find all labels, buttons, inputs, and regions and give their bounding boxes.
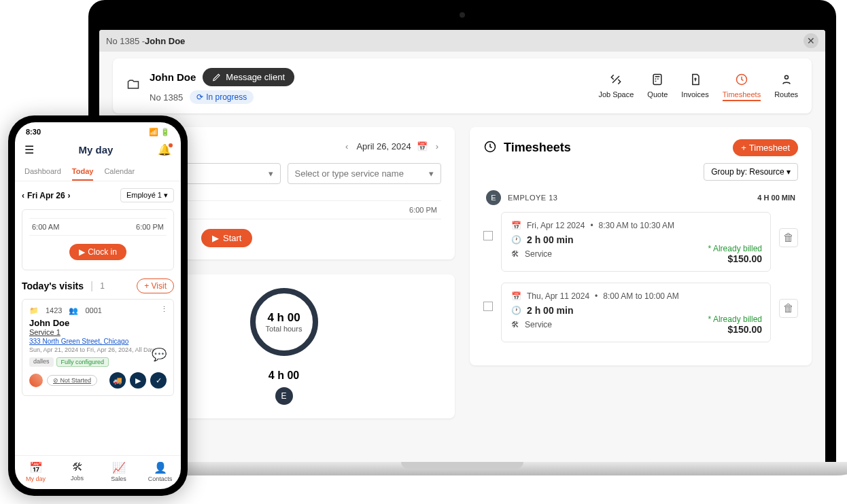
status-badge[interactable]: In progress	[190, 90, 254, 104]
job-number: No 1385	[150, 92, 183, 103]
total-hours-label: Total hours	[266, 325, 302, 333]
calendar-icon[interactable]: 📅	[417, 141, 428, 151]
mobile-title: My day	[79, 144, 114, 156]
message-client-button[interactable]: Message client	[203, 68, 294, 86]
nav-sales[interactable]: 📈Sales	[98, 456, 139, 489]
delete-entry-button[interactable]: 🗑	[779, 299, 798, 318]
visit-address-link[interactable]: 333 North Green Street, Chicago	[29, 338, 167, 345]
clock-icon: 🕐	[511, 306, 521, 315]
add-timesheet-button[interactable]: + Timesheet	[733, 139, 798, 156]
route-icon: 👥	[69, 306, 78, 315]
check-action-button[interactable]: ✓	[150, 372, 167, 389]
job-header-info: John Doe Message client No 1385 In progr…	[150, 68, 294, 104]
visits-count: 1	[100, 281, 105, 291]
nav-myday[interactable]: 📅My day	[15, 456, 56, 489]
nav-timesheets[interactable]: Timesheets	[723, 71, 761, 101]
mobile-status-bar: 8:30 📶 🔋	[15, 122, 181, 139]
signal-icons: 📶 🔋	[149, 128, 170, 137]
timesheet-entry: 📅Fri, Apr 12 2024 • 8:30 AM to 10:30 AM …	[483, 212, 798, 272]
calendar-icon: 📅	[511, 291, 521, 301]
entry-checkbox[interactable]	[483, 302, 493, 311]
tab-calendar[interactable]: Calendar	[104, 163, 135, 181]
entry-body[interactable]: 📅Fri, Apr 12 2024 • 8:30 AM to 10:30 AM …	[501, 212, 771, 272]
service-select[interactable]: Select or type service name▾	[288, 163, 442, 184]
mobile-date-picker[interactable]: ‹ Fri Apr 26 ›	[22, 191, 71, 200]
message-client-label: Message client	[226, 72, 285, 82]
contact-icon: 👤	[139, 461, 181, 474]
nav-jobs[interactable]: 🛠Jobs	[56, 456, 98, 489]
assignee-avatar	[29, 374, 43, 387]
timesheet-entry: 📅Thu, Apr 11 2024 • 8:00 AM to 10:00 AM …	[483, 283, 798, 342]
laptop-bezel: No 1385 - John Doe ✕ John Doe	[88, 0, 836, 462]
visit-tag-configured: Fully configured	[56, 357, 109, 367]
window-title: John Doe	[145, 36, 185, 46]
timesheets-card: Timesheets + Timesheet Group by: Resourc…	[470, 127, 812, 365]
add-visit-button[interactable]: + Visit	[137, 278, 174, 293]
clock-start-time: 6:00 AM	[32, 223, 59, 231]
employee-name: EMPLOYE 13	[508, 194, 557, 202]
mobile-tabs: Dashboard Today Calendar	[15, 163, 181, 181]
calculator-icon	[649, 71, 666, 88]
chevron-down-icon: ▾	[429, 168, 434, 179]
service-icon: 🛠	[511, 320, 519, 329]
mobile-header: ☰ My day 🔔	[15, 139, 181, 163]
delete-entry-button[interactable]: 🗑	[779, 228, 798, 247]
tools-icon	[608, 71, 624, 88]
calendar-icon: 📅	[15, 461, 56, 474]
nav-contacts[interactable]: 👤Contacts	[139, 456, 181, 489]
date-navigator: ‹ April 26, 2024 📅 ›	[343, 140, 441, 153]
visit-card[interactable]: ⋮ 📁1423 👥0001 John Doe Service 1 333 Nor…	[22, 299, 174, 396]
entry-body[interactable]: 📅Thu, Apr 11 2024 • 8:00 AM to 10:00 AM …	[501, 283, 771, 342]
tools-icon: 🛠	[56, 461, 98, 473]
timesheets-title: Timesheets	[504, 141, 726, 155]
nav-routes[interactable]: Routes	[774, 71, 798, 101]
content-columns: Clocking ‹ April 26, 2024 📅 › Employe 13…	[113, 127, 812, 418]
prev-day-button[interactable]: ‹	[343, 140, 351, 153]
nav-invoices[interactable]: Invoices	[681, 71, 708, 101]
play-action-button[interactable]: ▶	[130, 372, 146, 389]
employee-avatar: E	[486, 190, 501, 205]
todays-visits-title: Today's visits	[22, 281, 84, 291]
clock-in-button[interactable]: ▶ Clock in	[69, 244, 126, 260]
visit-client-name: John Doe	[29, 318, 167, 328]
svg-point-2	[784, 75, 788, 79]
tab-today[interactable]: Today	[72, 163, 94, 181]
mobile-employee-select[interactable]: Employé 1 ▾	[120, 188, 174, 202]
next-day-button[interactable]: ›	[433, 140, 441, 153]
todays-visits-header: Today's visits | 1 + Visit	[22, 278, 174, 293]
chat-icon[interactable]: 💬	[152, 347, 167, 362]
notifications-icon[interactable]: 🔔	[158, 143, 171, 156]
clock-icon: 🕐	[511, 235, 521, 245]
clock-icon	[483, 140, 497, 156]
visit-menu-icon[interactable]: ⋮	[160, 305, 168, 314]
close-button[interactable]: ✕	[803, 33, 818, 48]
clock-end-time: 6:00 PM	[136, 223, 164, 231]
mobile-body: ‹ Fri Apr 26 › Employé 1 ▾ 6:00 AM 6:00 …	[15, 181, 181, 455]
mobile-clock-card: 6:00 AM 6:00 PM ▶ Clock in	[22, 209, 174, 270]
entry-checkbox[interactable]	[483, 231, 493, 240]
header-nav: Job Space Quote Invoices Timesheets	[598, 71, 798, 101]
mobile-device: 8:30 📶 🔋 ☰ My day 🔔 Dashboard Today Cale…	[8, 115, 188, 496]
start-clock-button[interactable]: ▶ Start	[201, 229, 252, 247]
window-title-prefix: No 1385 -	[106, 36, 145, 46]
chart-icon: 📈	[98, 461, 139, 474]
nav-jobspace[interactable]: Job Space	[598, 71, 634, 101]
group-by-select[interactable]: Group by: Resource ▾	[704, 163, 798, 181]
laptop-device: No 1385 - John Doe ✕ John Doe	[88, 0, 836, 475]
visit-status-pill[interactable]: ⊘ Not Started	[47, 375, 97, 386]
window-titlebar: No 1385 - John Doe ✕	[99, 30, 825, 52]
employee-badge: E	[275, 387, 293, 405]
truck-action-button[interactable]: 🚚	[109, 372, 126, 389]
laptop-camera	[460, 12, 465, 18]
menu-icon[interactable]: ☰	[24, 143, 34, 156]
mobile-screen: 8:30 📶 🔋 ☰ My day 🔔 Dashboard Today Cale…	[15, 122, 181, 489]
folder-icon: 📁	[29, 306, 39, 315]
desktop-screen: No 1385 - John Doe ✕ John Doe	[99, 30, 825, 462]
timesheet-group-row: E EMPLOYE 13 4 H 00 MIN	[483, 181, 798, 212]
group-total: 4 H 00 MIN	[757, 194, 795, 202]
tab-dashboard[interactable]: Dashboard	[24, 163, 61, 181]
chevron-down-icon: ▾	[269, 168, 273, 179]
visit-service-link[interactable]: Service 1	[29, 328, 167, 336]
nav-quote[interactable]: Quote	[647, 71, 668, 101]
route-icon	[778, 71, 795, 88]
